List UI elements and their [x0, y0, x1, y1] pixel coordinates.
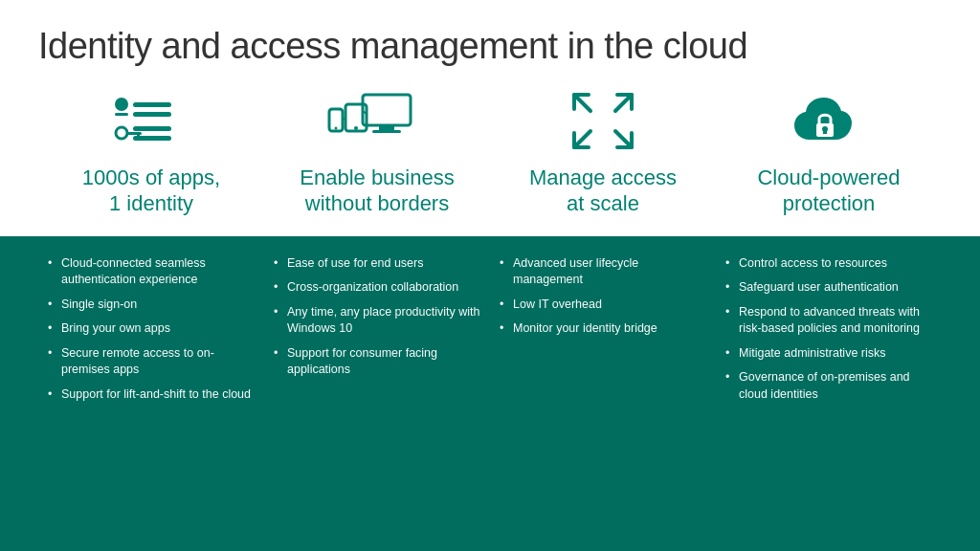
col-header-1: 1000s of apps, 1 identity [38, 88, 264, 217]
list-item: Single sign-on [48, 297, 255, 314]
list-item: Control access to resources [725, 255, 932, 273]
cloud-lock-icon [791, 88, 867, 155]
svg-point-15 [335, 127, 338, 130]
list-item: Any time, any place productivity with Wi… [274, 304, 480, 338]
list-item: Advanced user lifecycle management [500, 255, 706, 289]
svg-point-13 [354, 126, 358, 130]
expand-icon [569, 88, 636, 155]
svg-line-21 [615, 131, 632, 147]
col4-title: Cloud-powered protection [757, 165, 900, 217]
svg-line-20 [574, 131, 590, 147]
person-apps-icon [108, 88, 194, 155]
list-item: Cloud-connected seamless authentication … [48, 255, 255, 289]
svg-point-0 [115, 98, 128, 111]
col2-bullet-list: Ease of use for end users Cross-organiza… [274, 255, 480, 379]
page: Identity and access management in the cl… [0, 0, 980, 551]
col-header-2: Enable business without borders [264, 88, 490, 217]
svg-line-19 [615, 95, 632, 111]
col-body-1: Cloud-connected seamless authentication … [38, 255, 264, 532]
svg-rect-3 [133, 112, 171, 117]
list-item: Support for lift-and-shift to the cloud [48, 386, 255, 404]
list-item: Governance of on-premises and cloud iden… [725, 369, 932, 403]
list-item: Support for consumer facing applications [274, 345, 480, 379]
svg-rect-24 [823, 130, 827, 134]
list-item: Bring your own apps [48, 320, 255, 338]
list-item: Respond to advanced threats with risk-ba… [725, 304, 932, 338]
col-body-4: Control access to resources Safeguard us… [716, 255, 942, 532]
svg-rect-9 [363, 95, 411, 125]
list-item: Mitigate administrative risks [725, 345, 932, 363]
svg-rect-8 [133, 136, 171, 141]
svg-rect-2 [133, 102, 171, 107]
list-item: Ease of use for end users [274, 255, 480, 273]
top-section: Identity and access management in the cl… [0, 0, 980, 236]
list-item: Safeguard user authentication [725, 279, 932, 297]
col1-title: 1000s of apps, 1 identity [82, 165, 220, 217]
svg-rect-7 [133, 126, 171, 131]
col3-title: Manage access at scale [529, 165, 677, 217]
network-devices-icon [324, 88, 430, 155]
svg-rect-1 [115, 113, 128, 116]
col-header-3: Manage access at scale [490, 88, 716, 217]
col-header-4: Cloud-powered protection [716, 88, 942, 217]
col-body-2: Ease of use for end users Cross-organiza… [264, 255, 490, 532]
page-title: Identity and access management in the cl… [38, 27, 942, 67]
svg-rect-11 [372, 130, 401, 133]
list-item: Low IT overhead [500, 297, 706, 314]
col1-bullet-list: Cloud-connected seamless authentication … [48, 255, 255, 404]
col2-title: Enable business without borders [300, 165, 454, 217]
list-item: Cross-organization collaboration [274, 279, 480, 297]
col3-bullet-list: Advanced user lifecycle management Low I… [500, 255, 706, 338]
list-item: Monitor your identity bridge [500, 320, 706, 338]
bottom-section: Cloud-connected seamless authentication … [0, 236, 980, 551]
svg-point-4 [116, 127, 127, 139]
svg-line-18 [574, 95, 590, 111]
svg-rect-10 [379, 125, 394, 130]
columns-header: 1000s of apps, 1 identity [38, 88, 942, 217]
col-body-3: Advanced user lifecycle management Low I… [490, 255, 716, 532]
col4-bullet-list: Control access to resources Safeguard us… [725, 255, 932, 404]
list-item: Secure remote access to on-premises apps [48, 345, 255, 379]
